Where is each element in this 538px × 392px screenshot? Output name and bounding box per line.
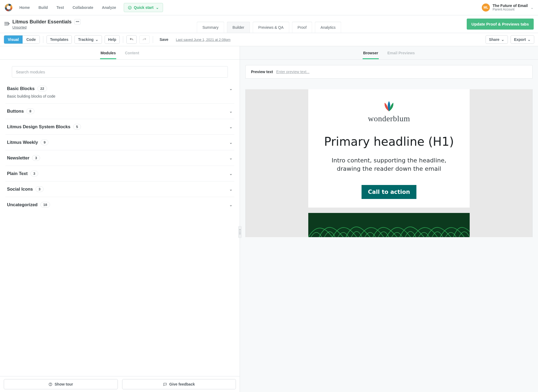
- module-group[interactable]: Social Icons3⌄: [5, 181, 234, 197]
- tab-analytics[interactable]: Analytics: [315, 22, 341, 33]
- email-canvas[interactable]: wonderblum Primary headline (H1) Intro c…: [240, 84, 538, 392]
- account-name: The Future of Email: [493, 3, 528, 8]
- templates-button[interactable]: Templates: [47, 35, 72, 44]
- search-modules-input[interactable]: [12, 66, 228, 78]
- last-saved-text: Last saved June 1, 2021 at 2:08pm: [176, 38, 231, 42]
- export-button[interactable]: Export⌄: [511, 35, 534, 44]
- tab-browser[interactable]: Browser: [363, 47, 379, 59]
- nav-home[interactable]: Home: [19, 5, 30, 10]
- preview-text-input[interactable]: Enter preview text...: [276, 70, 310, 74]
- left-footer: Show tour Give feedback: [0, 376, 240, 392]
- preview-text-label: Preview text: [251, 70, 273, 74]
- builder-toolbar: Visual Code Templates Tracking⌄ Help Sav…: [0, 33, 538, 46]
- tracking-button[interactable]: Tracking⌄: [75, 35, 102, 44]
- undo-icon: [129, 37, 134, 42]
- count-badge: 8: [26, 108, 34, 114]
- count-badge: 3: [30, 171, 38, 176]
- account-sub: Parent Account: [493, 8, 528, 12]
- nav-collaborate[interactable]: Collaborate: [73, 5, 93, 10]
- svg-point-2: [50, 385, 51, 385]
- help-button[interactable]: Help: [105, 35, 120, 44]
- chevron-down-icon: ⌄: [229, 140, 233, 145]
- brand-logo: [381, 100, 397, 113]
- module-group[interactable]: Uncategorized18⌄: [5, 197, 234, 212]
- save-button[interactable]: Save: [156, 35, 172, 44]
- project-folder-link[interactable]: Unsorted: [12, 25, 81, 29]
- module-group[interactable]: Plain Text3⌄: [5, 166, 234, 181]
- tab-modules[interactable]: Modules: [100, 47, 116, 59]
- redo-button[interactable]: [139, 35, 150, 44]
- pane-splitter[interactable]: [238, 226, 242, 238]
- view-mode-segment: Visual Code: [4, 35, 40, 44]
- visual-mode-button[interactable]: Visual: [4, 35, 23, 44]
- nav-analyze[interactable]: Analyze: [102, 5, 116, 10]
- module-group[interactable]: Basic Blocks22⌄ Basic building blocks of…: [5, 81, 234, 104]
- update-previews-button[interactable]: Update Proof & Previews tabs: [467, 19, 534, 30]
- module-group-desc: Basic building blocks of code: [7, 94, 233, 98]
- builder-tabs: Summary Builder Previews & QA Proof Anal…: [197, 22, 341, 33]
- tab-builder[interactable]: Builder: [227, 22, 250, 33]
- chevron-down-icon: ⌄: [501, 37, 504, 42]
- tab-previews-qa[interactable]: Previews & QA: [253, 22, 289, 33]
- chevron-down-icon: ⌄: [95, 37, 98, 42]
- email-hero-image: [308, 213, 470, 237]
- email-intro: Intro content, supporting the headline, …: [319, 156, 459, 173]
- project-bar: Litmus Builder Essentials ••• Unsorted S…: [0, 15, 538, 33]
- module-group[interactable]: Buttons8⌄: [5, 104, 234, 119]
- nav-test[interactable]: Test: [56, 5, 64, 10]
- brand-name: wonderblum: [319, 114, 459, 123]
- chat-icon: [163, 382, 167, 386]
- chevron-down-icon: ⌄: [229, 187, 233, 192]
- left-tabs: Modules Content: [0, 46, 240, 60]
- nav-links: Home Build Test Collaborate Analyze: [19, 5, 116, 10]
- chevron-down-icon: ⌄: [229, 86, 233, 91]
- email-body: wonderblum Primary headline (H1) Intro c…: [308, 89, 470, 208]
- module-group-name: Social Icons: [7, 187, 33, 192]
- undo-button[interactable]: [126, 35, 137, 44]
- show-tour-button[interactable]: Show tour: [4, 379, 118, 389]
- chevron-down-icon: ⌄: [156, 5, 159, 10]
- count-badge: 18: [40, 202, 50, 208]
- tab-proof[interactable]: Proof: [292, 22, 312, 33]
- email-cta-button[interactable]: Call to action: [362, 185, 416, 199]
- project-title: Litmus Builder Essentials: [12, 19, 72, 25]
- quick-start-button[interactable]: Quick start ⌄: [124, 3, 163, 12]
- left-pane: Modules Content Basic Blocks22⌄ Basic bu…: [0, 46, 240, 392]
- count-badge: 5: [73, 124, 81, 130]
- project-actions-button[interactable]: •••: [74, 19, 81, 24]
- module-group-name: Litmus Weekly: [7, 140, 38, 145]
- preview-tabs: Browser Email Previews: [240, 46, 538, 60]
- help-circle-icon: [48, 382, 52, 386]
- preview-text-bar: Preview text Enter preview text...: [245, 65, 533, 79]
- right-pane: Browser Email Previews Preview text Ente…: [240, 46, 538, 392]
- module-group[interactable]: Newsletter3⌄: [5, 150, 234, 166]
- account-menu[interactable]: ML The Future of Email Parent Account ⌄: [482, 3, 534, 12]
- module-group-name: Basic Blocks: [7, 86, 35, 91]
- give-feedback-button[interactable]: Give feedback: [122, 379, 236, 389]
- chevron-down-icon: ⌄: [229, 171, 233, 176]
- workspace: Modules Content Basic Blocks22⌄ Basic bu…: [0, 46, 538, 392]
- litmus-logo[interactable]: [4, 3, 13, 12]
- sidebar-toggle-icon[interactable]: [4, 22, 10, 27]
- chevron-down-icon: ⌄: [229, 156, 233, 161]
- tab-content[interactable]: Content: [124, 47, 140, 59]
- chevron-down-icon: ⌄: [229, 109, 233, 114]
- chevron-down-icon: ⌄: [229, 124, 233, 129]
- share-button[interactable]: Share⌄: [486, 35, 508, 44]
- module-group[interactable]: Litmus Design System Blocks5⌄: [5, 119, 234, 135]
- email-headline: Primary headline (H1): [319, 135, 459, 149]
- module-group-name: Litmus Design System Blocks: [7, 124, 70, 129]
- module-group[interactable]: Litmus Weekly9⌄: [5, 135, 234, 150]
- module-group-name: Buttons: [7, 109, 24, 114]
- redo-icon: [142, 37, 147, 42]
- nav-build[interactable]: Build: [38, 5, 48, 10]
- module-list[interactable]: Basic Blocks22⌄ Basic building blocks of…: [0, 81, 240, 376]
- count-badge: 3: [36, 186, 43, 192]
- chevron-down-icon: ⌄: [528, 37, 531, 42]
- tab-summary[interactable]: Summary: [197, 22, 224, 33]
- module-group-name: Plain Text: [7, 171, 28, 176]
- count-badge: 9: [41, 140, 48, 145]
- tab-email-previews[interactable]: Email Previews: [387, 47, 415, 59]
- code-mode-button[interactable]: Code: [23, 35, 40, 44]
- module-group-name: Uncategorized: [7, 202, 38, 207]
